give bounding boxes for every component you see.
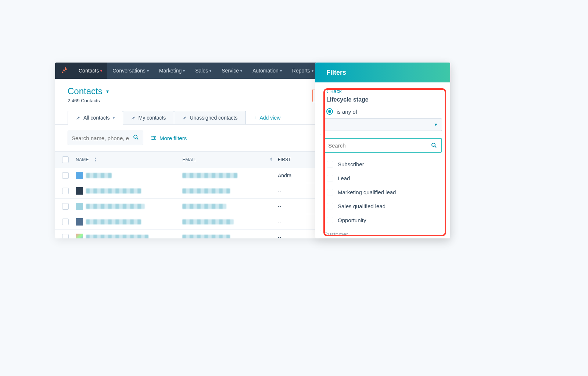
value-select[interactable]: ▼ [323, 118, 442, 131]
checkbox[interactable] [62, 234, 69, 239]
nav-item-automation[interactable]: Automation ▾ [247, 63, 287, 79]
nav-item-sales[interactable]: Sales ▾ [190, 63, 216, 79]
checkbox[interactable] [62, 203, 69, 210]
nav-label: Conversations [112, 68, 146, 74]
option-opportunity[interactable]: Opportunity [324, 213, 442, 227]
chevron-down-icon: ▾ [100, 69, 102, 73]
filter-property-title: Lifecycle stage [315, 94, 450, 107]
nav-label: Automation [252, 68, 279, 74]
nav-item-service[interactable]: Service ▾ [216, 63, 247, 79]
radio-icon [326, 108, 333, 115]
redacted-name [86, 204, 145, 209]
nav-item-marketing[interactable]: Marketing ▾ [154, 63, 190, 79]
redacted-email [182, 188, 230, 194]
nav-label: Service [222, 68, 239, 74]
more-filters-button[interactable]: More filters [151, 135, 187, 141]
checkbox[interactable] [62, 219, 69, 225]
chevron-down-icon: ▾ [280, 69, 282, 73]
nav-label: Contacts [79, 68, 99, 74]
checkbox[interactable] [327, 175, 333, 181]
checkbox[interactable] [327, 161, 333, 167]
checkbox[interactable] [327, 189, 333, 195]
tab-label: My contacts [139, 115, 166, 121]
nav-item-reports[interactable]: Reports ▾ [287, 63, 319, 79]
option-label: Lead [338, 175, 350, 181]
add-view-button[interactable]: + Add view [254, 115, 280, 121]
option-marketing-qualified-lead[interactable]: Marketing qualified lead [324, 185, 442, 199]
option-label: Sales qualified lead [338, 203, 386, 209]
add-view-label: Add view [259, 115, 280, 121]
back-label: Back [330, 88, 342, 94]
more-filters-label: More filters [159, 135, 187, 141]
operator-radio-is-any-of[interactable]: is any of [315, 107, 450, 118]
svg-point-11 [153, 139, 154, 140]
nav-item-conversations[interactable]: Conversations ▾ [107, 63, 154, 79]
first-name-cell: Andra [278, 173, 318, 178]
svg-rect-3 [65, 67, 66, 69]
plus-icon: + [254, 115, 257, 121]
nav-label: Sales [195, 68, 208, 74]
search-input[interactable] [72, 135, 130, 141]
redacted-email [182, 235, 230, 239]
checkbox[interactable] [62, 172, 69, 179]
redacted-name [86, 219, 141, 224]
redacted-email [182, 219, 234, 224]
avatar [76, 203, 83, 210]
redacted-email [182, 173, 237, 178]
nav-item-contacts[interactable]: Contacts ▾ [74, 63, 107, 79]
checkbox[interactable] [62, 188, 69, 194]
nav-label: Marketing [159, 68, 182, 74]
column-header-first[interactable]: FIRST [278, 157, 318, 162]
redacted-name [86, 235, 148, 239]
chevron-down-icon: ▼ [434, 122, 438, 127]
avatar [76, 172, 83, 179]
svg-point-10 [154, 138, 155, 139]
tab-unassigned-contacts[interactable]: Unassigned contacts [174, 111, 246, 124]
chevron-down-icon: ▾ [113, 116, 115, 120]
redacted-name [86, 173, 112, 178]
options-list: Subscriber Lead Marketing qualified lead… [320, 156, 445, 231]
sort-icon: ▲▼ [270, 157, 273, 162]
tab-my-contacts[interactable]: My contacts [123, 111, 175, 124]
first-name-cell: -- [278, 188, 318, 194]
option-label: Opportunity [338, 217, 366, 223]
pin-icon [131, 116, 136, 120]
svg-point-12 [432, 143, 435, 146]
avatar [76, 218, 83, 226]
checkbox[interactable] [327, 217, 333, 223]
avatar [76, 234, 83, 239]
sort-icon: ▲▼ [94, 157, 97, 162]
tab-label: Unassigned contacts [190, 115, 237, 121]
hubspot-logo-icon[interactable] [55, 63, 74, 79]
filters-panel-title: Filters [315, 63, 450, 82]
svg-point-9 [152, 136, 153, 137]
select-all-cell[interactable] [55, 156, 76, 163]
back-link[interactable]: ‹ Back [315, 88, 450, 94]
filters-body: ‹ Back Lifecycle stage is any of ▼ [315, 82, 450, 238]
checkbox[interactable] [327, 203, 333, 209]
svg-line-5 [137, 138, 138, 139]
tab-label: All contacts [83, 115, 110, 121]
checkbox[interactable] [62, 156, 69, 163]
chevron-down-icon: ▾ [312, 69, 313, 73]
options-dropdown: Subscriber Lead Marketing qualified lead… [320, 134, 446, 231]
stage: Contacts ▾ Conversations ▾ Marketing ▾ S… [0, 0, 588, 376]
page-title: Contacts [68, 86, 103, 96]
operator-label: is any of [337, 109, 357, 115]
dropdown-search-input[interactable] [328, 142, 431, 149]
option-sales-qualified-lead[interactable]: Sales qualified lead [324, 199, 442, 213]
filters-panel: Filters ‹ Back Lifecycle stage is any of… [315, 63, 450, 238]
dropdown-search[interactable] [324, 138, 442, 153]
option-lead[interactable]: Lead [324, 171, 442, 185]
column-header-email[interactable]: EMAIL ▲▼ [182, 157, 278, 162]
option-subscriber[interactable]: Subscriber [324, 157, 442, 171]
svg-line-13 [435, 146, 436, 148]
search-input-wrapper[interactable] [68, 131, 143, 145]
tab-all-contacts[interactable]: All contacts ▾ [68, 111, 123, 124]
option-customer-overflow[interactable]: Customer [315, 231, 450, 238]
chevron-down-icon: ▾ [106, 88, 109, 94]
column-header-name[interactable]: NAME ▲▼ [76, 157, 182, 162]
search-icon [133, 134, 139, 142]
search-icon [431, 142, 437, 149]
option-label: Subscriber [338, 161, 364, 167]
